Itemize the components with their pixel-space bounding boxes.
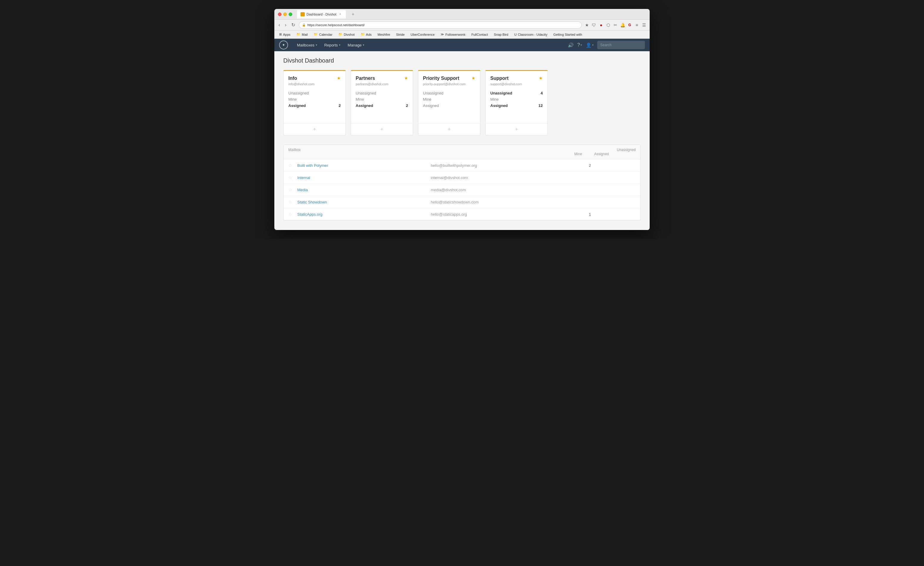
toolbar-icons: ★ 🛡 ● ⬡ ✂ 🔔 G ≡ ☰ <box>584 23 646 28</box>
card-footer[interactable]: + <box>351 123 413 135</box>
forward-button[interactable]: › <box>284 22 288 28</box>
card-body: Info ★ info@divshot.com Unassigned Mine … <box>284 71 345 123</box>
reload-button[interactable]: ↻ <box>290 21 296 28</box>
nav-manage[interactable]: Manage ▾ <box>345 42 367 48</box>
metamask-icon[interactable]: ⬡ <box>606 23 611 28</box>
calendar-folder-icon: 📁 <box>314 33 318 36</box>
page-content: Divshot Dashboard Info ★ info@divshot.co… <box>274 51 650 230</box>
row-star-button[interactable]: ☆ <box>288 200 297 204</box>
bookmark-calendar-label: Calendar <box>319 33 332 36</box>
bookmark-stride-label: Stride <box>396 33 405 36</box>
bookmark-mail[interactable]: 📁 Mail <box>294 32 310 37</box>
bookmark-icon[interactable]: ★ <box>584 23 590 28</box>
row-star-button[interactable]: ☆ <box>288 188 297 192</box>
card-footer[interactable]: + <box>284 123 345 135</box>
bookmark-udacity[interactable]: U Classroom - Udacity <box>512 32 550 37</box>
speaker-button[interactable]: 🔊 <box>568 42 574 48</box>
nav-right: 🔊 ? ▾ 👤 ▾ <box>568 41 645 49</box>
nav-search-input[interactable] <box>597 41 645 49</box>
browser-titlebar: Dashboard - Divshot × + <box>274 9 650 20</box>
user-button[interactable]: 👤 ▾ <box>586 42 594 48</box>
card-title: Support <box>490 76 508 81</box>
row-email: hello@builtwithpolymer.org <box>431 163 564 168</box>
bookmark-meshfire[interactable]: Meshfire <box>375 32 393 37</box>
minimize-window-button[interactable] <box>283 12 287 16</box>
card-row-0: Unassigned <box>423 90 476 96</box>
row-email: hello@staticapps.org <box>431 212 564 216</box>
google-icon[interactable]: G <box>627 23 632 28</box>
new-tab-button[interactable]: + <box>350 11 357 18</box>
card-add-button[interactable]: + <box>515 126 518 132</box>
card-footer[interactable]: + <box>418 123 480 135</box>
card-add-button[interactable]: + <box>313 126 316 132</box>
card-footer[interactable]: + <box>486 123 548 135</box>
row-mailbox-name[interactable]: Media <box>297 188 431 192</box>
help-chevron-icon: ▾ <box>580 44 582 47</box>
lastpass-icon[interactable]: 🔔 <box>620 23 625 28</box>
bookmark-stride[interactable]: Stride <box>394 32 407 37</box>
bookmark-followerwonk-label: Followerwonk <box>446 33 465 36</box>
card-add-button[interactable]: + <box>380 126 384 132</box>
card-header: Support ★ <box>490 76 543 81</box>
menu-icon[interactable]: ☰ <box>641 23 646 28</box>
bookmark-ads[interactable]: 📁 Ads <box>358 32 374 37</box>
bookmark-ads-label: Ads <box>366 33 372 36</box>
pocket-icon[interactable]: ● <box>598 23 604 28</box>
card-star-button[interactable]: ★ <box>404 76 408 80</box>
card-row-1: Mine <box>356 96 408 102</box>
help-button[interactable]: ? ▾ <box>577 42 582 48</box>
bookmark-getting-started[interactable]: Getting Started with <box>551 32 584 37</box>
reports-label: Reports <box>324 43 338 47</box>
header-mailbox: Mailbox <box>288 148 609 152</box>
row-mailbox-name[interactable]: Built with Polymer <box>297 163 431 168</box>
row-label: Unassigned <box>356 91 376 95</box>
bookmark-getting-started-label: Getting Started with <box>553 33 582 36</box>
table-rows: ☆ Built with Polymer hello@builtwithpoly… <box>284 159 640 220</box>
row-mailbox-name[interactable]: Internal <box>297 176 431 180</box>
mailbox-table: Mailbox Unassigned Mine Assigned ☆ Built… <box>283 144 641 221</box>
row-star-button[interactable]: ☆ <box>288 175 297 180</box>
card-add-button[interactable]: + <box>448 126 451 132</box>
row-email: internal@divshot.com <box>431 176 564 180</box>
page-title: Divshot Dashboard <box>283 57 641 64</box>
shield-icon[interactable]: 🛡 <box>591 23 597 28</box>
app-logo[interactable]: ✦ <box>279 41 288 50</box>
address-bar[interactable]: 🔒 https://secure.helpscout.net/dashboard… <box>299 21 582 29</box>
card-title: Info <box>288 76 297 81</box>
row-mailbox-name[interactable]: StaticApps.org <box>297 212 431 216</box>
manage-chevron-icon: ▾ <box>363 44 364 47</box>
card-star-button[interactable]: ★ <box>471 76 476 80</box>
table-header: Mailbox Unassigned Mine Assigned <box>284 145 640 159</box>
maximize-window-button[interactable] <box>289 12 292 16</box>
card-row-2: Assigned 2 <box>288 102 341 109</box>
nav-mailboxes[interactable]: Mailboxes ▾ <box>294 42 320 48</box>
bookmark-apps-label: Apps <box>283 33 290 36</box>
tab-favicon <box>300 12 305 17</box>
tab-close-button[interactable]: × <box>338 12 342 17</box>
active-tab[interactable]: Dashboard - Divshot × <box>297 10 346 18</box>
bookmark-snapbird[interactable]: Snap Bird <box>492 32 510 37</box>
back-button[interactable]: ‹ <box>278 22 281 28</box>
row-mailbox-name[interactable]: Static Showdown <box>297 200 431 204</box>
card-star-button[interactable]: ★ <box>337 76 341 80</box>
row-star-button[interactable]: ☆ <box>288 212 297 216</box>
bookmark-divshot[interactable]: 📁 Divshot <box>336 32 357 37</box>
bookmark-fullcontact[interactable]: FullContact <box>469 32 490 37</box>
bookmark-followerwonk[interactable]: ≫ Followerwonk <box>438 32 468 37</box>
bookmark-uberconference[interactable]: UberConference <box>408 32 437 37</box>
nav-reports[interactable]: Reports ▾ <box>321 42 344 48</box>
table-row: ☆ StaticApps.org hello@staticapps.org 1 <box>284 208 640 220</box>
tab-title: Dashboard - Divshot <box>306 12 336 16</box>
row-star-button[interactable]: ☆ <box>288 163 297 168</box>
buffer-icon[interactable]: ≡ <box>634 23 639 28</box>
row-label: Assigned <box>288 104 306 108</box>
bookmark-calendar[interactable]: 📁 Calendar <box>311 32 335 37</box>
close-window-button[interactable] <box>278 12 282 16</box>
card-title: Partners <box>356 76 375 81</box>
1password-icon[interactable]: ✂ <box>613 23 618 28</box>
card-star-button[interactable]: ★ <box>539 76 543 80</box>
card-email: partners@divshot.com <box>356 82 408 86</box>
manage-label: Manage <box>348 43 362 47</box>
bookmark-apps[interactable]: ⊞ Apps <box>277 32 293 37</box>
mailbox-card-2: Priority Support ★ priority-support@divs… <box>418 70 480 135</box>
